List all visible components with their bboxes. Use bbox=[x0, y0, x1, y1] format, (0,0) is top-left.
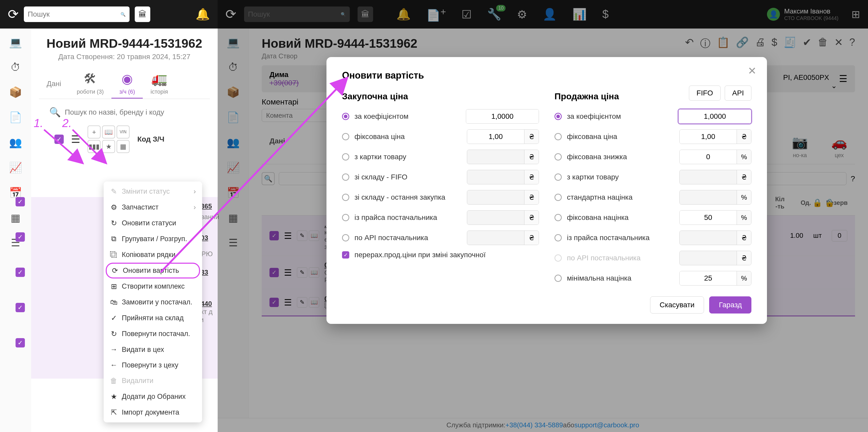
sale-input-wrap: ₴ bbox=[679, 129, 751, 144]
context-menu-item[interactable]: ⟳Оновити вартість bbox=[106, 263, 200, 279]
sale-input-wrap: % bbox=[679, 271, 751, 286]
context-menu-item[interactable]: ↻Повернути постачал. bbox=[104, 326, 202, 342]
context-menu-item[interactable]: ⿻Копіювати рядки bbox=[104, 247, 202, 263]
fifo-button[interactable]: FIFO bbox=[689, 86, 720, 100]
sale-radio[interactable] bbox=[555, 275, 562, 282]
tab-history[interactable]: 🚛 історія bbox=[143, 69, 176, 98]
bell-icon[interactable]: 🔔 bbox=[196, 7, 210, 21]
sale-field: з картки товару ₴ bbox=[555, 170, 751, 184]
purchase-field: зі складу - FIFO ₴ bbox=[342, 170, 539, 184]
sale-field: фіксована націнка % bbox=[555, 210, 751, 225]
modal-close-icon[interactable]: ✕ bbox=[748, 65, 756, 77]
context-menu-item[interactable]: ⊞Створити комплекс bbox=[104, 279, 202, 294]
sale-radio[interactable] bbox=[555, 133, 562, 140]
institution-button[interactable]: 🏛 bbox=[135, 6, 150, 22]
row-checkbox[interactable]: ✓ bbox=[16, 268, 25, 277]
sale-label: з картки товару bbox=[567, 173, 674, 181]
row-checkbox[interactable]: ✓ bbox=[16, 197, 25, 206]
row-checkbox[interactable]: ✓ bbox=[16, 338, 25, 347]
left-tabs: Дані 🛠 роботи (3) ◉ з/ч (6) 🚛 історія bbox=[39, 69, 210, 99]
purchase-field: за коефіцієнтом bbox=[342, 109, 539, 124]
sale-input[interactable] bbox=[679, 109, 751, 123]
row-checkbox[interactable]: ✓ bbox=[16, 232, 25, 242]
sale-label: по API постачальника bbox=[567, 254, 674, 262]
sale-radio[interactable] bbox=[555, 173, 562, 181]
parts-search-input[interactable] bbox=[65, 108, 210, 116]
search-icon[interactable]: 🔍 bbox=[49, 107, 61, 118]
qr-button[interactable]: ▦ bbox=[117, 140, 129, 153]
sidenav-chart-icon[interactable]: 📈 bbox=[9, 162, 22, 174]
sidenav-people-icon[interactable]: 👥 bbox=[9, 136, 22, 149]
context-menu-item[interactable]: ↻Оновити статуси bbox=[104, 215, 202, 231]
sale-input-wrap: % bbox=[679, 190, 751, 205]
hamburger-menu-icon[interactable]: ☰ bbox=[71, 133, 80, 145]
context-menu-item[interactable]: ⧉Групувати / Розгруп. bbox=[104, 231, 202, 247]
sale-radio[interactable] bbox=[555, 113, 562, 120]
left-topbar: ⟳ 🔍 🏛 🔔 bbox=[0, 0, 218, 29]
purchase-input bbox=[467, 190, 524, 204]
context-menu: ✎Змінити статус›⚙Запчастист›↻Оновити ста… bbox=[104, 181, 202, 423]
sale-field: фіксована ціна ₴ bbox=[555, 129, 751, 144]
purchase-radio[interactable] bbox=[342, 214, 349, 221]
context-menu-item[interactable]: ⚙Запчастист› bbox=[104, 199, 202, 215]
tab-data[interactable]: Дані bbox=[39, 69, 69, 98]
sale-input[interactable] bbox=[680, 210, 737, 225]
add-button[interactable]: + bbox=[88, 125, 100, 139]
menu-item-icon: ⧉ bbox=[110, 235, 118, 243]
tab-parts[interactable]: ◉ з/ч (6) bbox=[112, 69, 143, 98]
sale-radio[interactable] bbox=[555, 194, 562, 201]
context-menu-item[interactable]: →Видати в цех bbox=[104, 342, 202, 357]
left-panel: ⟳ 🔍 🏛 🔔 💻 ⏱ 📦 📄 👥 📈 📅 ▦ ☰ Новий MRD-9444… bbox=[0, 0, 218, 432]
left-search[interactable]: 🔍 bbox=[24, 6, 129, 22]
row-checkboxes: ✓ ✓ ✓ ✓ ✓ bbox=[16, 197, 25, 347]
row-checkbox[interactable]: ✓ bbox=[16, 303, 25, 312]
sale-radio[interactable] bbox=[555, 234, 562, 241]
sale-label: фіксована знижка bbox=[567, 153, 674, 161]
sidenav-doc-icon[interactable]: 📄 bbox=[9, 111, 22, 123]
purchase-radio[interactable] bbox=[342, 113, 349, 120]
sale-label: фіксована ціна bbox=[567, 133, 674, 141]
sale-input[interactable] bbox=[680, 271, 737, 285]
api-button[interactable]: API bbox=[725, 86, 751, 100]
star-button[interactable]: ★ bbox=[102, 140, 115, 153]
sidenav-laptop-icon[interactable]: 💻 bbox=[9, 36, 22, 49]
tab-works[interactable]: 🛠 роботи (3) bbox=[69, 69, 112, 98]
sale-input[interactable] bbox=[680, 150, 737, 164]
sale-input[interactable] bbox=[680, 129, 737, 144]
ok-button[interactable]: Гаразд bbox=[709, 296, 751, 314]
context-menu-item[interactable]: ✓Прийняти на склад bbox=[104, 310, 202, 326]
purchase-label: по API постачальника bbox=[354, 234, 462, 242]
search-icon: 🔍 bbox=[121, 12, 126, 17]
context-menu-item[interactable]: 🛍Замовити у постачал. bbox=[104, 294, 202, 310]
context-menu-item[interactable]: ★Додати до Обраних bbox=[104, 389, 202, 404]
cancel-button[interactable]: Скасувати bbox=[650, 296, 704, 314]
recalc-checkbox[interactable]: ✓ bbox=[342, 251, 349, 259]
sale-input bbox=[680, 170, 737, 184]
purchase-input-wrap bbox=[466, 109, 539, 124]
barcode-button[interactable]: ▮▮▮ bbox=[88, 140, 100, 153]
purchase-radio[interactable] bbox=[342, 173, 349, 181]
purchase-radio[interactable] bbox=[342, 153, 349, 161]
purchase-radio[interactable] bbox=[342, 133, 349, 140]
menu-item-label: Оновити вартість bbox=[123, 266, 179, 275]
left-content: Новий MRD-9444-1531962 Дата Створення: 2… bbox=[31, 29, 218, 161]
menu-item-label: Прийняти на склад bbox=[122, 314, 184, 322]
book-button[interactable]: 📖 bbox=[102, 125, 115, 139]
sidenav-gauge-icon[interactable]: ⏱ bbox=[10, 61, 21, 73]
menu-item-label: Створити комплекс bbox=[122, 282, 185, 290]
purchase-input[interactable] bbox=[466, 109, 539, 123]
sale-radio[interactable] bbox=[555, 153, 562, 161]
vin-button[interactable]: VIN bbox=[117, 125, 129, 139]
menu-item-label: Копіювати рядки bbox=[122, 251, 176, 259]
purchase-radio[interactable] bbox=[342, 194, 349, 201]
purchase-radio[interactable] bbox=[342, 234, 349, 241]
purchase-label: зі складу - FIFO bbox=[354, 173, 462, 181]
purchase-input[interactable] bbox=[467, 129, 524, 144]
sidenav-box-icon[interactable]: 📦 bbox=[9, 86, 22, 98]
left-search-input[interactable] bbox=[28, 10, 121, 19]
select-all-checkbox[interactable]: ✓ bbox=[54, 135, 64, 144]
purchase-label: зі складу - остання закупка bbox=[354, 193, 462, 201]
context-menu-item[interactable]: ⇱Імпорт документа bbox=[104, 404, 202, 420]
context-menu-item[interactable]: ←Повернути з цеху bbox=[104, 357, 202, 373]
sale-radio[interactable] bbox=[555, 214, 562, 221]
